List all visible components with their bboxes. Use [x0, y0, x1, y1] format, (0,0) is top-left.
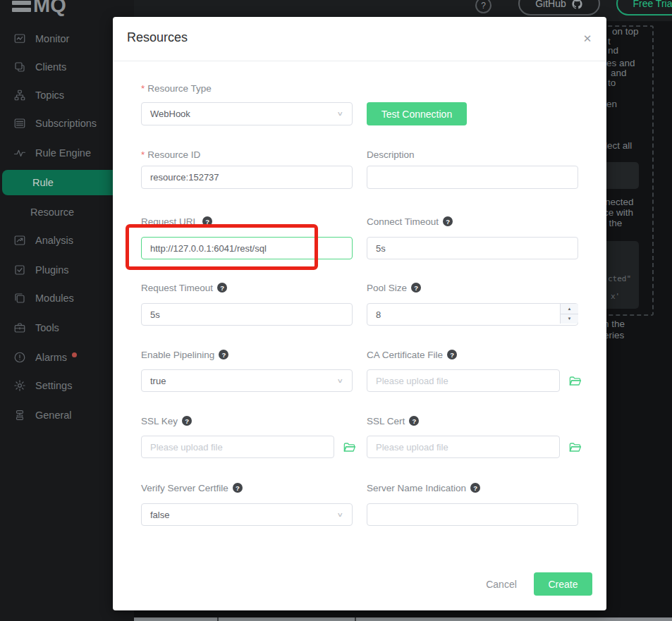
connect-timeout-input[interactable]	[367, 237, 578, 259]
monitor-icon	[13, 32, 26, 45]
ssl-key-help-icon[interactable]: ?	[182, 416, 192, 426]
test-connection-button[interactable]: Test Connection	[367, 102, 467, 125]
server-name-indication-input[interactable]	[367, 503, 578, 526]
ssl-key-label: SSL Key ?	[141, 414, 192, 427]
emqx-logo-bars-icon	[12, 1, 31, 16]
stepper-down-icon[interactable]: ▼	[561, 314, 578, 324]
sidebar-item-label: Rule	[32, 177, 54, 188]
ssl-cert-label: SSL Cert ?	[367, 414, 419, 427]
description-input[interactable]	[367, 166, 578, 189]
bg-code-fragment: x'	[611, 292, 620, 301]
bg-text-fragment: es and	[606, 58, 635, 68]
close-icon[interactable]: ✕	[580, 31, 595, 47]
modules-icon	[13, 292, 26, 305]
ssl-cert-help-icon[interactable]: ?	[409, 416, 419, 426]
resource-type-label: * Resource Type	[141, 82, 212, 94]
clients-icon	[13, 61, 26, 73]
bg-text-fragment: n the	[604, 319, 625, 329]
chevron-down-icon: ∨	[336, 511, 343, 518]
pool-size-help-icon[interactable]: ?	[411, 283, 421, 293]
ssl-cert-input[interactable]	[367, 436, 560, 458]
enable-pipelining-label: Enable Pipelining ?	[141, 348, 228, 361]
verify-server-certfile-label: Verify Server Certfile ?	[141, 481, 243, 494]
enable-pipelining-select[interactable]: true ∨	[141, 369, 353, 392]
pool-size-stepper: ▲ ▼	[560, 304, 578, 324]
resources-modal: Resources ✕ * Resource Type WebHook ∨ Te…	[113, 17, 606, 610]
resource-id-input[interactable]	[141, 166, 353, 189]
annotation-highlight-box	[126, 224, 318, 270]
emqx-logo: MQ	[12, 0, 66, 16]
horizontal-scrollbar[interactable]	[134, 617, 672, 621]
server-name-indication-label: Server Name Indication ?	[367, 481, 480, 494]
stepper-up-icon[interactable]: ▲	[561, 304, 578, 314]
sidebar-item-label: General	[35, 410, 72, 421]
modal-title: Resources	[127, 30, 188, 45]
enable-pipelining-help-icon[interactable]: ?	[219, 350, 228, 359]
sidebar-item-label: Alarms	[35, 352, 67, 363]
sidebar-item-label: Clients	[35, 61, 66, 73]
ca-certificate-help-icon[interactable]: ?	[447, 350, 457, 359]
alarm-badge-dot	[72, 352, 77, 357]
help-icon[interactable]: ?	[475, 0, 491, 13]
request-timeout-help-icon[interactable]: ?	[217, 283, 227, 293]
sidebar-item-label: Rule Engine	[35, 147, 91, 159]
verify-server-certfile-help-icon[interactable]: ?	[233, 483, 243, 493]
request-timeout-label: Request Timeout ?	[141, 281, 227, 294]
bg-text-fragment: to	[608, 78, 616, 88]
github-button-label: GitHub	[535, 0, 566, 9]
subscriptions-icon	[13, 117, 26, 130]
ssl-key-folder-icon[interactable]	[343, 441, 357, 455]
cancel-button[interactable]: Cancel	[480, 577, 523, 591]
settings-gear-icon	[13, 379, 26, 392]
sidebar-item-label: Subscriptions	[35, 118, 97, 129]
sidebar-item-label: Monitor	[35, 33, 69, 44]
free-trial-label: Free Trial	[633, 0, 672, 9]
verify-server-certfile-select[interactable]: false ∨	[141, 503, 353, 526]
ca-certificate-folder-icon[interactable]	[568, 374, 582, 388]
enable-pipelining-value: true	[150, 376, 166, 386]
sidebar-item-label: Modules	[35, 293, 74, 304]
pool-size-label: Pool Size ?	[367, 281, 421, 294]
rule-engine-icon	[13, 147, 26, 159]
bg-text-fragment: on top	[612, 26, 639, 37]
resource-id-label: * Resource ID	[141, 148, 200, 161]
sidebar-item-label: Resource	[30, 207, 74, 218]
ca-certificate-file-label: CA Certificate File ?	[367, 348, 457, 361]
bg-text-fragment: en	[606, 99, 617, 109]
modal-header-divider	[113, 61, 606, 61]
chevron-down-icon: ∨	[336, 111, 343, 118]
required-asterisk: *	[141, 149, 145, 160]
connect-timeout-help-icon[interactable]: ?	[443, 216, 453, 226]
ca-certificate-file-input[interactable]	[367, 369, 560, 392]
bg-text-fragment: nected	[605, 197, 634, 207]
description-label: Description	[367, 148, 415, 161]
plugins-icon	[13, 264, 26, 276]
app-root: ? GitHub Free Trial on top t nd es and a…	[0, 0, 672, 621]
free-trial-button[interactable]: Free Trial	[616, 0, 672, 16]
resource-type-value: WebHook	[150, 109, 190, 119]
bg-text-fragment: and	[611, 68, 627, 78]
tools-icon	[13, 321, 26, 334]
create-button[interactable]: Create	[534, 572, 592, 596]
pool-size-input[interactable]	[367, 303, 578, 326]
required-asterisk: *	[141, 83, 145, 94]
alarms-icon	[13, 351, 26, 364]
bg-text-fragment: ce with	[604, 207, 633, 218]
chevron-down-icon: ∨	[336, 377, 343, 384]
request-timeout-input[interactable]	[141, 303, 353, 326]
ssl-key-input[interactable]	[141, 436, 334, 458]
sidebar-item-label: Analysis	[35, 235, 73, 246]
topics-icon	[13, 89, 26, 102]
resource-type-select[interactable]: WebHook ∨	[141, 102, 353, 125]
general-icon	[13, 409, 26, 422]
github-button[interactable]: GitHub	[518, 0, 600, 16]
connect-timeout-label: Connect Timeout ?	[367, 215, 453, 228]
ssl-cert-folder-icon[interactable]	[568, 441, 582, 455]
bg-text-fragment: lect all	[605, 140, 632, 151]
sidebar-item-label: Settings	[35, 380, 72, 391]
server-name-indication-help-icon[interactable]: ?	[470, 483, 480, 493]
sidebar-item-label: Plugins	[35, 264, 69, 276]
sidebar-item-label: Topics	[35, 90, 64, 101]
emqx-logo-text: MQ	[33, 0, 66, 16]
analysis-icon	[13, 234, 26, 247]
